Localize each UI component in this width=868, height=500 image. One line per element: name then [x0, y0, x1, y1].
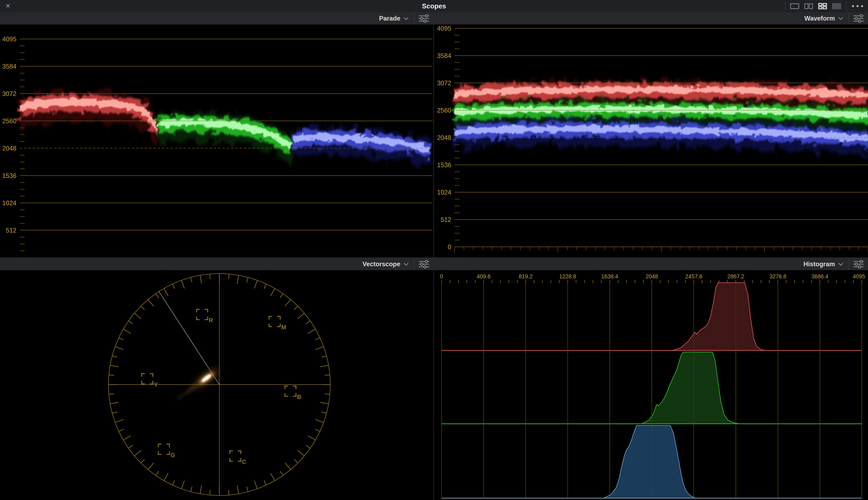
titlebar-controls: [785, 0, 865, 12]
histogram-scope: 0409.6819.21228.81638.420482457.62867.23…: [434, 271, 868, 500]
panel-divider-horizontal: [0, 258, 868, 258]
svg-text:512: 512: [6, 227, 16, 234]
svg-text:3584: 3584: [2, 63, 16, 70]
svg-text:C: C: [242, 458, 246, 465]
svg-text:1536: 1536: [437, 161, 451, 169]
svg-text:R: R: [209, 317, 213, 323]
titlebar: ✕ Scopes: [0, 0, 868, 12]
svg-text:2048: 2048: [437, 134, 451, 141]
waveform-header: Waveform: [434, 12, 868, 25]
single-view-icon: [790, 3, 799, 9]
svg-text:3072: 3072: [437, 80, 451, 87]
svg-text:1536: 1536: [2, 172, 16, 179]
chevron-down-icon: [403, 17, 409, 20]
svg-text:0: 0: [440, 273, 443, 280]
svg-text:4095: 4095: [437, 25, 451, 32]
chevron-down-icon: [838, 262, 843, 266]
parade-scope: 4095358430722560204815361024512: [0, 25, 433, 258]
four-up-view-icon: [818, 3, 827, 9]
two-up-view-icon: [804, 3, 813, 9]
sliders-icon: [418, 14, 430, 23]
svg-text:3686.4: 3686.4: [811, 273, 829, 280]
waveform-label: Waveform: [804, 15, 835, 22]
titlebar-separator: [846, 2, 846, 11]
vectorscope-mode-select[interactable]: Vectorscope: [363, 261, 409, 268]
parade-header: Parade: [0, 12, 433, 25]
svg-text:4095: 4095: [2, 35, 16, 43]
svg-text:2048: 2048: [2, 145, 16, 152]
two-up-view-button[interactable]: [804, 3, 813, 9]
ellipsis-icon: [851, 4, 865, 8]
parade-mode-select[interactable]: Parade: [379, 15, 409, 22]
svg-text:2867.2: 2867.2: [727, 273, 744, 280]
sliders-icon: [853, 14, 865, 23]
waveform-settings-button[interactable]: [849, 14, 868, 23]
svg-text:0: 0: [448, 243, 451, 251]
scopes-window: ✕ Scopes: [0, 0, 868, 500]
svg-text:2560: 2560: [2, 117, 16, 125]
chevron-down-icon: [403, 262, 409, 266]
panel-divider-vertical: [433, 12, 434, 500]
single-view-button[interactable]: [790, 3, 799, 9]
svg-text:2457.6: 2457.6: [685, 273, 703, 280]
nine-up-view-icon: [832, 3, 841, 9]
window-title: Scopes: [0, 0, 868, 12]
waveform-mode-select[interactable]: Waveform: [804, 15, 843, 22]
svg-text:409.6: 409.6: [477, 273, 491, 280]
svg-text:819.2: 819.2: [519, 273, 533, 280]
svg-text:1638.4: 1638.4: [601, 273, 618, 280]
vectorscope-settings-button[interactable]: [414, 260, 433, 269]
svg-text:3276.8: 3276.8: [769, 273, 787, 280]
parade-settings-button[interactable]: [414, 14, 433, 23]
svg-text:3072: 3072: [2, 90, 16, 98]
waveform-scope: 40953584307225602048153610245120: [434, 25, 868, 258]
more-options-button[interactable]: [851, 4, 865, 8]
svg-text:1228.8: 1228.8: [559, 273, 576, 280]
svg-text:512: 512: [441, 216, 451, 223]
svg-text:3584: 3584: [437, 52, 451, 59]
svg-text:B: B: [297, 394, 301, 400]
parade-label: Parade: [379, 15, 400, 22]
svg-text:1024: 1024: [437, 189, 451, 196]
vectorscope-header: Vectorscope: [0, 258, 433, 270]
svg-text:1024: 1024: [2, 200, 16, 207]
vectorscope-scope: RMYBGC: [0, 271, 433, 500]
sliders-icon: [418, 260, 430, 269]
histogram-label: Histogram: [803, 261, 835, 268]
histogram-settings-button[interactable]: [849, 260, 868, 269]
sliders-icon: [853, 260, 865, 269]
svg-text:M: M: [281, 324, 286, 330]
svg-text:2048: 2048: [646, 273, 658, 280]
svg-text:G: G: [171, 452, 175, 458]
svg-text:4095: 4095: [853, 273, 865, 280]
nine-up-view-button[interactable]: [832, 3, 841, 9]
vectorscope-label: Vectorscope: [363, 261, 400, 268]
svg-text:Y: Y: [154, 381, 158, 388]
histogram-mode-select[interactable]: Histogram: [803, 261, 843, 268]
chevron-down-icon: [838, 17, 843, 20]
svg-text:2560: 2560: [437, 107, 451, 114]
histogram-header: Histogram: [434, 258, 868, 270]
four-up-view-button[interactable]: [818, 3, 827, 9]
titlebar-separator: [785, 2, 786, 11]
